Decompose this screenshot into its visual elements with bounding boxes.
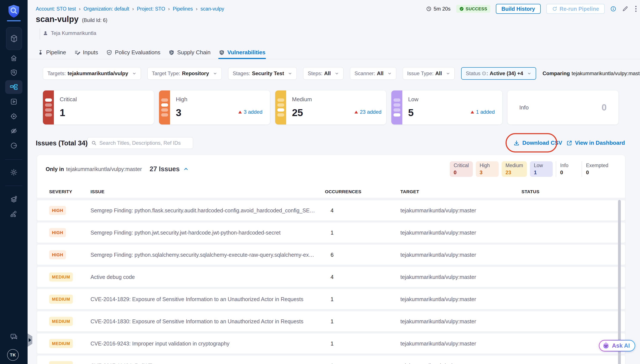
expand-arrow-icon: [29, 338, 31, 342]
sidebar-item-chaos[interactable]: [0, 142, 28, 150]
severity-chip[interactable]: High 3: [476, 161, 499, 177]
info-icon: [482, 70, 488, 76]
tab-inputs[interactable]: Inputs: [74, 46, 99, 59]
occurrences-count: 1: [325, 230, 400, 236]
severity-card[interactable]: Critical 1: [43, 90, 154, 124]
sidebar-item-settings[interactable]: [0, 168, 28, 176]
table-row[interactable]: HIGH Semgrep Finding: python.jwt.securit…: [37, 222, 625, 243]
issue-title: CVE-2017-11424: PyJWT ...: [91, 363, 325, 364]
view-in-dashboard-button[interactable]: View in Dashboard: [566, 140, 625, 146]
severity-chip[interactable]: Info 0: [556, 161, 578, 177]
filter-dropdown[interactable]: Scanner: All: [350, 67, 396, 80]
more-options-icon[interactable]: [634, 6, 638, 12]
table-row[interactable]: MEDIUM Active debug code 4 tejakummariku…: [37, 267, 625, 287]
duration: 5m 20s: [426, 6, 451, 12]
filter-dropdown[interactable]: Issue Type: All: [403, 67, 455, 80]
group-target: tejakummarikuntla/vulpy:master: [66, 166, 142, 172]
breadcrumb-link[interactable]: Organization: default: [84, 6, 129, 12]
sidebar-item-targets[interactable]: [0, 112, 28, 120]
sidebar-item-exemptions[interactable]: [0, 127, 28, 135]
sidebar-item-scans[interactable]: [0, 69, 28, 76]
policy-check-tab-icon: [106, 50, 112, 56]
severity-badge: MEDIUM: [49, 317, 73, 326]
chevron-right-icon: ›: [196, 6, 197, 12]
filter-dropdown[interactable]: Stages: Security Test: [228, 67, 297, 80]
sidebar-item-infrastructure[interactable]: [0, 210, 28, 218]
severity-card[interactable]: Low 5 1 added: [391, 90, 502, 124]
search-input[interactable]: [99, 140, 189, 146]
download-icon: [513, 140, 520, 146]
ask-ai-button[interactable]: Ask AI: [599, 340, 635, 352]
edit-pipeline-icon[interactable]: [622, 6, 628, 12]
table-row[interactable]: MEDIUM CVE-2014-1830: Exposure of Sensit…: [37, 311, 625, 332]
harness-sto-logo-icon[interactable]: [7, 4, 20, 18]
filter-dropdown[interactable]: Target Type: Repository: [147, 67, 222, 80]
table-row[interactable]: MEDIUM CVE-2017-11424: PyJWT ... 1 tejak…: [37, 356, 625, 364]
severity-chip[interactable]: Exempted 0: [582, 161, 612, 177]
filter-dropdown[interactable]: Targets: tejakummarikuntla/vulpy: [43, 67, 141, 80]
severity-card[interactable]: Medium 25 23 added: [275, 90, 386, 124]
sidebar-item-pipelines[interactable]: [0, 83, 28, 91]
severity-card-count: 25: [292, 107, 303, 118]
filter-dropdown[interactable]: Steps: All: [303, 67, 343, 80]
layers-gear-icon: [10, 195, 18, 203]
sidebar-item-help[interactable]: ?: [0, 333, 28, 342]
table-scrollbar[interactable]: [618, 200, 621, 364]
title-row: scan-vulpy (Build Id: 6): [36, 15, 107, 24]
info-severity-card[interactable]: Info 0: [507, 90, 618, 124]
col-occurrences-header: OCCURRENCES: [325, 189, 400, 194]
breadcrumb-link[interactable]: scan-vulpy: [200, 6, 224, 12]
issue-target: tejakummarikuntla/vulpy:master: [400, 340, 521, 347]
chevron-down-icon: [335, 71, 339, 76]
rerun-pipeline-button[interactable]: Re-run Pipeline: [546, 4, 605, 14]
app-window: ? TK Account: STO test › Organization: d…: [0, 0, 640, 364]
sidebar-item-executions[interactable]: [0, 98, 28, 106]
table-header: SEVERITY ISSUE OCCURRENCES TARGET STATUS: [37, 188, 625, 196]
pipelines-icon: [10, 83, 18, 91]
occurrences-count: 4: [325, 208, 400, 214]
severity-badge: HIGH: [49, 206, 66, 215]
chevron-up-icon[interactable]: [183, 166, 189, 172]
severity-chip[interactable]: Medium 23: [502, 161, 527, 177]
tab-supply-chain[interactable]: Supply Chain: [168, 46, 211, 59]
severity-card-label: Critical: [60, 96, 77, 103]
severity-summary-cards: Critical 1 High 3 3 added Medium: [43, 90, 618, 124]
sidebar: ? TK: [0, 0, 28, 364]
table-row[interactable]: MEDIUM CVE-2016-9243: Improper input val…: [37, 334, 625, 354]
occurrences-count: 1: [325, 340, 400, 347]
table-row[interactable]: MEDIUM CVE-2014-1829: Exposure of Sensit…: [37, 289, 625, 309]
breadcrumb-link[interactable]: Project: STO: [137, 6, 165, 12]
sidebar-expand-handle[interactable]: [28, 334, 32, 347]
severity-chip[interactable]: Low 1: [530, 161, 553, 177]
severity-added-delta: 23 added: [354, 109, 381, 115]
build-history-button[interactable]: Build History: [496, 4, 541, 14]
table-row[interactable]: HIGH Semgrep Finding: python.flask.secur…: [37, 200, 625, 220]
filter-dropdown[interactable]: Status Active (34) +4: [461, 67, 536, 80]
refresh-icon: [552, 6, 557, 12]
gear-icon: [10, 168, 18, 176]
breadcrumb: Account: STO test › Organization: defaul…: [36, 6, 224, 12]
severity-card[interactable]: High 3 3 added: [159, 90, 270, 124]
sidebar-item-home[interactable]: [0, 54, 28, 62]
info-icon[interactable]: [610, 6, 616, 12]
status-badge: SUCCESS: [456, 5, 490, 13]
tab-pipeline[interactable]: Pipeline: [37, 46, 67, 59]
col-target-header: TARGET: [400, 189, 521, 194]
breadcrumb-item: Account: STO test ›: [36, 6, 84, 12]
tab-vulnerabilities[interactable]: Vulnerabilities: [218, 46, 266, 59]
comparing-label: Comparingtejakummarikuntla/vulpy:masterT…: [543, 70, 640, 76]
tab-policy-evaluations[interactable]: Policy Evaluations: [106, 46, 161, 59]
sidebar-item-modules[interactable]: [0, 195, 28, 203]
breadcrumb-link[interactable]: Pipelines: [173, 6, 193, 12]
added-triangle-icon: [354, 111, 358, 114]
tabs-divider: [28, 59, 640, 59]
sidebar-accent-divider: [7, 20, 21, 21]
severity-chip[interactable]: Critical 0: [450, 161, 473, 177]
user-avatar[interactable]: TK: [7, 349, 19, 361]
author-indent-line: [40, 28, 40, 40]
module-selector-button[interactable]: [6, 27, 22, 50]
download-csv-button[interactable]: Download CSV: [513, 140, 562, 146]
breadcrumb-link[interactable]: Account: STO test: [36, 6, 76, 12]
table-row[interactable]: HIGH Semgrep Finding: python.sqlalchemy.…: [37, 245, 625, 265]
page-title: scan-vulpy: [36, 15, 79, 24]
